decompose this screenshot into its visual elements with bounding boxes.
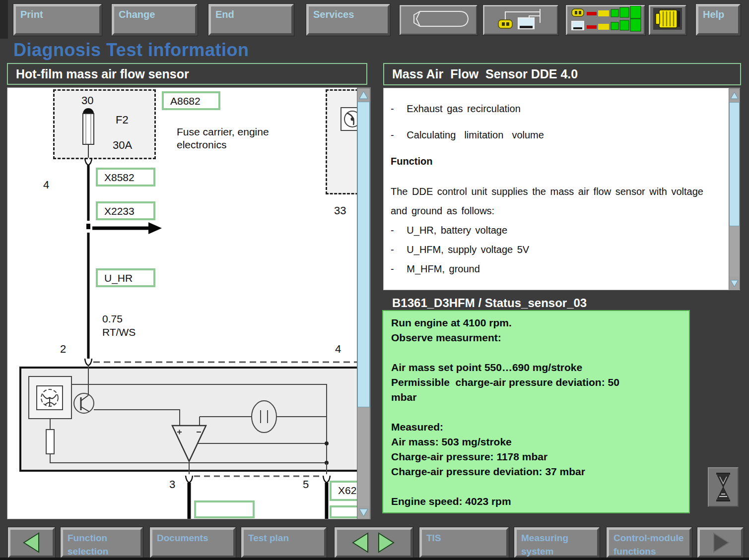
x8582-label: X8582 (104, 172, 135, 184)
bottom-strip (0, 558, 749, 560)
status-line: Engine speed: 4023 rpm (391, 494, 683, 509)
forward-button[interactable] (697, 527, 744, 558)
status-line: Charge-air pressure deviation: 37 mbar (391, 464, 683, 479)
measuring-system-button[interactable]: Measuring system (514, 527, 600, 558)
end-label: End (215, 8, 234, 21)
hotspot-x8582[interactable]: X8582 (96, 168, 155, 187)
gray-right-arrow-icon (708, 531, 734, 554)
dis-diagnosis-screen: Print Change End Services (0, 0, 749, 560)
page-title: Diagnosis Test information (13, 40, 249, 61)
print-label: Print (20, 8, 43, 21)
hotspot-x2233[interactable]: X2233 (96, 201, 155, 220)
u-hr-label: U_HR (104, 272, 133, 284)
scroll-up-icon (730, 92, 739, 99)
cylinder-button[interactable] (400, 5, 477, 35)
tis-label: TIS (426, 531, 441, 545)
info-line: - U_HR, battery voltage (391, 225, 507, 236)
status-header: B1361_D3HFM / Status_sensor_03 (392, 296, 587, 310)
hourglass-icon (713, 472, 734, 502)
text-scroll-thumb[interactable] (729, 102, 740, 226)
page-nav-button[interactable] (335, 527, 413, 558)
left-panel-title: Hot-film mass air flow sensor (16, 67, 189, 81)
services-button[interactable]: Services (306, 4, 390, 36)
wire-spec-label: 0.75 RT/WS (102, 312, 136, 339)
info-line: and ground as follows: (391, 205, 494, 217)
pin-2-label: 2 (60, 343, 66, 356)
documents-label: Documents (157, 531, 208, 545)
info-line: The DDE control unit supplies the mass a… (391, 186, 703, 197)
scroll-down-icon (730, 280, 739, 287)
test-plan-label: Test plan (248, 531, 289, 545)
pin-3-label: 3 (169, 478, 175, 491)
scroll-down-icon (359, 508, 368, 517)
diagram-scroll-down-button[interactable] (357, 506, 370, 519)
a8682-label: A8682 (170, 95, 201, 107)
help-label: Help (703, 8, 724, 21)
text-scrollbar[interactable] (729, 88, 740, 290)
status-line: Observe measurment: (391, 330, 683, 345)
services-label: Services (313, 8, 354, 21)
hotspot-u-hr[interactable]: U_HR (96, 268, 155, 287)
info-line: - Exhaust gas recirculation (391, 103, 521, 115)
diagram-scroll-thumb[interactable] (357, 102, 370, 407)
diagram-scroll-up-button[interactable] (357, 88, 370, 102)
status-line: mbar (391, 390, 683, 405)
cylinder-icon (404, 7, 474, 33)
status-line: Air mass set point 550…690 mg/stroke (391, 360, 683, 375)
quicktest-status-icon (569, 6, 642, 34)
status-line (391, 405, 683, 420)
test-plan-button[interactable]: Test plan (241, 527, 327, 558)
back-button[interactable] (8, 527, 55, 558)
change-label: Change (119, 8, 155, 21)
hotspot-bottom-left[interactable] (194, 500, 255, 518)
text-scroll-up-button[interactable] (729, 89, 740, 102)
print-button[interactable]: Print (13, 4, 102, 36)
function-selection-label: Function selection (68, 531, 132, 558)
tis-button[interactable]: TIS (419, 527, 509, 558)
help-button[interactable]: Help (696, 4, 741, 36)
status-line: Run engine at 4100 rpm. (391, 315, 683, 330)
control-module-functions-label: Control-module functions (613, 531, 688, 558)
info-line: - Calculating limitation volume (391, 129, 544, 141)
right-panel-header: Mass Air Flow Sensor DDE 4.0 (383, 63, 741, 85)
x2233-label: X2233 (104, 205, 135, 217)
green-left-arrow-icon (19, 531, 45, 554)
maf-sensor-box (19, 367, 369, 472)
fuse-name-label: F2 (116, 114, 129, 126)
quicktest-status-button[interactable] (566, 5, 645, 35)
terminal-30-label: 30 (81, 94, 93, 107)
scroll-up-icon (359, 91, 368, 99)
status-line (391, 345, 683, 360)
pin-4-top-label: 4 (43, 179, 49, 191)
left-panel-header: Hot-film mass air flow sensor (7, 63, 367, 85)
connector-icon (652, 7, 683, 33)
pin-33-label: 33 (334, 204, 346, 217)
status-line: Permissible charge-air pressure deviatio… (391, 375, 683, 390)
window-edge (0, 0, 8, 39)
end-button[interactable]: End (208, 4, 294, 36)
text-scroll-down-button[interactable] (729, 277, 740, 290)
green-left-right-arrows-icon (344, 531, 404, 554)
hourglass-busy-indicator (708, 467, 739, 507)
fuse-carrier-desc-label: Fuse carrier, engine electronics (177, 125, 269, 151)
x62-label: X62 (338, 485, 356, 497)
right-panel-title: Mass Air Flow Sensor DDE 4.0 (392, 67, 578, 81)
connection-test-button[interactable] (483, 5, 558, 35)
connector-button[interactable] (649, 5, 686, 35)
info-line: - U_HFM, supply voltage 5V (391, 244, 529, 255)
status-line: Measured: (391, 420, 683, 435)
hotspot-a8682[interactable]: A8682 (162, 91, 220, 110)
control-module-functions-button[interactable]: Control-module functions (607, 527, 692, 558)
function-selection-button[interactable]: Function selection (61, 527, 143, 558)
wiring-diagram-panel: 30 F2 30A Fuse carrier, engine electroni… (7, 87, 371, 519)
info-heading-function: Function (391, 156, 432, 167)
change-button[interactable]: Change (112, 4, 198, 36)
status-line: Charge-air pressure: 1178 mbar (391, 449, 683, 464)
status-measurement-box: Run engine at 4100 rpm. Observe measurme… (382, 310, 690, 513)
test-information-panel: - Exhaust gas recirculation - Calculatin… (383, 88, 740, 290)
pin-5-label: 5 (303, 478, 309, 491)
plug-to-monitor-icon (486, 7, 555, 33)
pin-4-right-label: 4 (335, 343, 341, 356)
documents-button[interactable]: Documents (150, 527, 236, 558)
diagram-scrollbar[interactable] (357, 88, 370, 519)
